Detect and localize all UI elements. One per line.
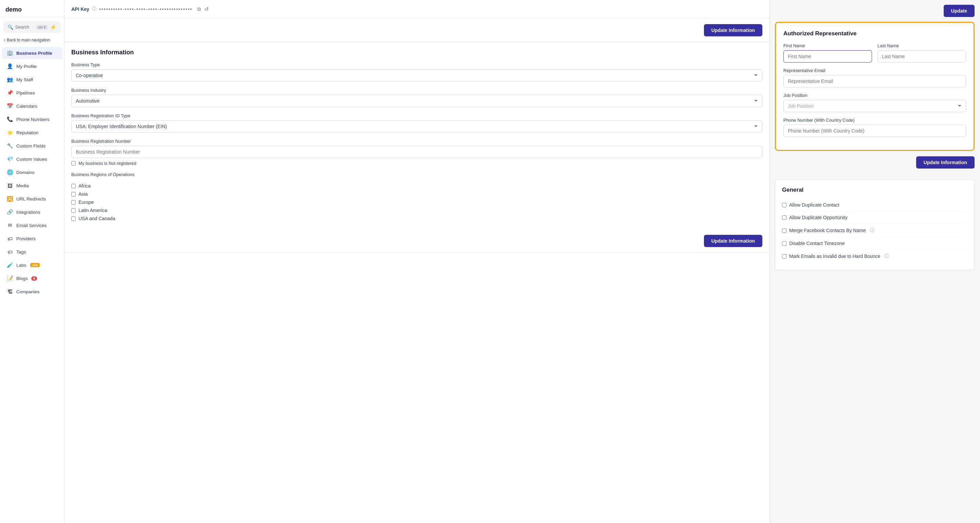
business-industry-group: Business Industry Automotive [65,88,769,107]
sidebar-item-custom-fields[interactable]: 🔧 Custom Fields [2,140,62,152]
rep-email-input[interactable] [783,75,966,87]
last-name-input[interactable] [877,50,966,62]
business-reg-id-select[interactable]: USA: Employer Identification Number (EIN… [71,120,762,132]
region-latin-america-checkbox[interactable] [71,208,76,213]
phone-icon: 📞 [7,116,13,122]
sidebar-item-my-staff[interactable]: 👥 My Staff [2,73,62,86]
region-asia-label: Asia [78,191,88,197]
general-item-label-4: Mark Emails as Invalid due to Hard Bounc… [789,254,880,259]
sidebar-item-labs[interactable]: 🧪 Labs new [2,259,62,271]
general-title: General [782,187,967,193]
region-europe-checkbox[interactable] [71,200,76,204]
business-reg-id-group: Business Registration ID Type USA: Emplo… [65,113,769,132]
general-section: General Allow Duplicate Contact Allow Du… [775,179,975,270]
sidebar-item-companies[interactable]: 🏗 Companies [2,285,62,298]
sidebar-item-blogs[interactable]: 📝 Blogs 8 [2,272,62,284]
sidebar-item-label: Companies [16,289,40,294]
not-registered-label: My business is Not registered [78,161,137,166]
business-reg-num-input[interactable] [71,146,762,158]
name-fields-grid: First Name Last Name [783,43,966,62]
business-type-group: Business Type Co-operative [65,62,769,81]
sidebar-item-email-services[interactable]: ✉ Email Services [2,219,62,231]
general-checkbox-3[interactable] [782,241,786,246]
last-name-field: Last Name [877,43,966,62]
sidebar-item-label: Business Profile [16,51,52,56]
sidebar-item-phone-numbers[interactable]: 📞 Phone Numbers [2,113,62,125]
sidebar-item-label: Custom Fields [16,144,46,148]
right-panel: Update Authorized Representative First N… [770,0,980,523]
general-checkbox-1[interactable] [782,215,786,220]
update-info-container-1: Update Information [65,19,769,42]
last-name-label: Last Name [877,43,966,48]
integration-icon: 🔗 [7,209,13,215]
region-asia: Asia [71,191,762,197]
business-industry-select[interactable]: Automotive [71,95,762,107]
refresh-api-key-button[interactable]: ↺ [204,5,210,13]
sidebar-item-business-profile[interactable]: 🏢 Business Profile [2,47,62,59]
general-checkbox-4[interactable] [782,254,786,258]
update-info-right-container: Update Information [770,156,980,174]
business-reg-num-group: Business Registration Number My business… [65,139,769,166]
region-africa-checkbox[interactable] [71,184,76,188]
job-position-select[interactable]: Job Position [783,100,966,112]
sidebar-item-label: Calendars [16,104,37,109]
phone-input[interactable] [783,125,966,137]
general-item-label-1: Allow Duplicate Opportunity [789,215,848,220]
update-information-button-2[interactable]: Update Information [704,235,762,247]
region-africa: Africa [71,183,762,188]
back-navigation[interactable]: ‹ Back to main navigation [0,35,64,45]
region-usa-canada-label: USA and Canada [78,216,115,221]
general-item-4: Mark Emails as Invalid due to Hard Bounc… [782,250,967,263]
not-registered-row: My business is Not registered [71,161,762,166]
calendar-icon: 📅 [7,103,13,109]
region-usa-canada-checkbox[interactable] [71,217,76,221]
region-africa-label: Africa [78,183,91,188]
sidebar-item-media[interactable]: 🖼 Media [2,179,62,192]
sidebar-item-pipelines[interactable]: 📌 Pipelines [2,87,62,99]
sidebar-item-providers[interactable]: 🏷 Providers [2,233,62,245]
users-icon: 👥 [7,77,13,83]
email-icon: ✉ [7,222,13,228]
api-key-value: ••••••••••-••••-••••-••••-•••••••••••••• [99,6,192,12]
sidebar-item-my-profile[interactable]: 👤 My Profile [2,60,62,72]
general-checkbox-0[interactable] [782,203,786,207]
update-information-button-right[interactable]: Update Information [916,156,975,169]
tag-icon: 🏷 [7,249,13,255]
sidebar-item-label: Email Services [16,223,46,228]
region-asia-checkbox[interactable] [71,192,76,196]
business-information-section: Business Information Business Type Co-op… [65,42,769,253]
search-bar[interactable]: 🔍 Search ctrl K ⚡ [3,21,61,33]
first-name-input[interactable] [783,50,872,62]
search-label: Search [15,24,34,30]
regions-label: Business Regions of Operations [71,172,762,177]
first-name-field: First Name [783,43,872,62]
business-info-title: Business Information [65,42,769,56]
region-europe-label: Europe [78,199,94,205]
new-badge: new [30,263,40,267]
domain-icon: 🌐 [7,169,13,175]
sidebar-item-custom-values[interactable]: 💎 Custom Values [2,153,62,165]
labs-icon: 🧪 [7,262,13,268]
not-registered-checkbox[interactable] [71,161,76,166]
sidebar-item-calendars[interactable]: 📅 Calendars [2,100,62,112]
sidebar-item-integrations[interactable]: 🔗 Integrations [2,206,62,218]
sidebar-item-domains[interactable]: 🌐 Domains [2,166,62,179]
update-button-top[interactable]: Update [943,5,975,17]
business-type-select[interactable]: Co-operative [71,69,762,81]
info-icon-4: ⓘ [884,253,889,259]
sidebar-item-url-redirects[interactable]: 🔀 URL Redirects [2,193,62,205]
phone-field: Phone Number (With Country Code) [783,118,966,137]
blog-icon: 📝 [7,275,13,281]
authorized-representative-card: Authorized Representative First Name Las… [775,22,975,151]
sidebar-item-tags[interactable]: 🏷 Tags [2,246,62,258]
general-checkbox-2[interactable] [782,228,786,233]
lightning-icon: ⚡ [50,24,57,30]
job-position-field: Job Position Job Position [783,93,966,112]
sidebar-item-label: Integrations [16,210,40,215]
copy-api-key-button[interactable]: ⧉ [197,5,202,13]
values-icon: 💎 [7,156,13,162]
rep-email-label: Representative Email [783,68,966,73]
sidebar-item-reputation[interactable]: ⭐ Reputation [2,126,62,139]
sidebar-item-label: URL Redirects [16,196,46,201]
update-information-button-1[interactable]: Update Information [704,24,762,37]
